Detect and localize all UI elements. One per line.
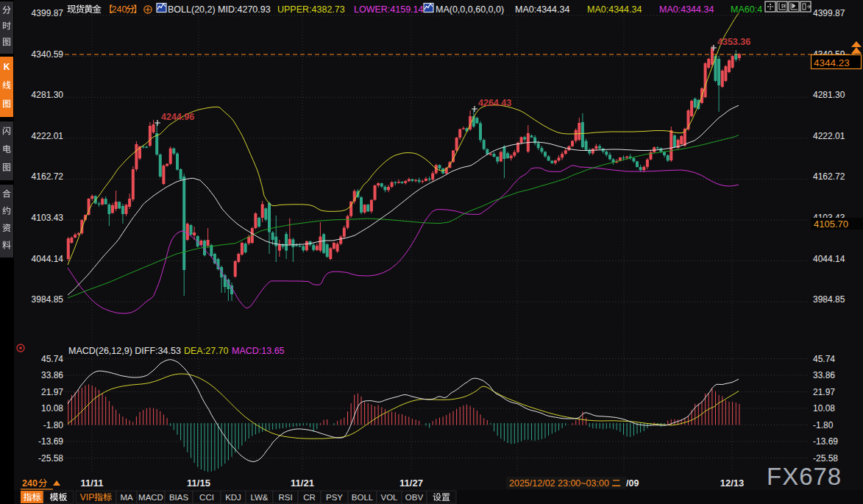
svg-text:10.08: 10.08 (813, 403, 835, 414)
svg-text:OBV: OBV (405, 493, 424, 502)
svg-text:4340.59: 4340.59 (32, 49, 64, 60)
svg-text:4344.23: 4344.23 (814, 57, 850, 68)
svg-text:4399.87: 4399.87 (32, 8, 64, 18)
svg-text:KDJ: KDJ (225, 493, 241, 502)
svg-text:UPPER:4382.73: UPPER:4382.73 (277, 4, 345, 15)
svg-text:3984.85: 3984.85 (813, 294, 845, 305)
svg-text:4353.36: 4353.36 (717, 37, 750, 47)
svg-text:4103.43: 4103.43 (32, 213, 64, 223)
svg-text:33.86: 33.86 (813, 370, 835, 380)
svg-text:3984.85: 3984.85 (32, 294, 64, 305)
svg-text:-13.69: -13.69 (813, 436, 838, 447)
svg-text:4244.96: 4244.96 (161, 112, 194, 122)
svg-text:MA0:4344.34: MA0:4344.34 (515, 4, 569, 15)
svg-text:MA: MA (120, 493, 133, 502)
svg-text:FX678: FX678 (767, 463, 842, 490)
svg-text:33.86: 33.86 (41, 370, 63, 380)
svg-text:4044.14: 4044.14 (32, 254, 64, 264)
svg-text:VOL: VOL (380, 493, 398, 502)
svg-text:MA0:4344.34: MA0:4344.34 (659, 4, 714, 15)
svg-text:MACD:13.65: MACD:13.65 (232, 346, 285, 356)
svg-text:CCI: CCI (199, 493, 214, 502)
svg-text:-25.58: -25.58 (38, 453, 63, 464)
svg-text:BIAS: BIAS (169, 493, 189, 502)
svg-text:MA0:4344.34: MA0:4344.34 (587, 4, 642, 15)
svg-text:11/27: 11/27 (399, 478, 423, 489)
svg-text:K: K (4, 62, 10, 72)
svg-text:BOLL: BOLL (352, 493, 374, 502)
svg-text:11/21: 11/21 (291, 478, 314, 489)
svg-text:BOLL(20,2) MID:4270.93: BOLL(20,2) MID:4270.93 (168, 4, 271, 15)
svg-text:240: 240 (112, 4, 127, 15)
svg-text:21.97: 21.97 (41, 387, 63, 397)
svg-text:4222.01: 4222.01 (32, 131, 64, 141)
svg-text:MA60:4: MA60:4 (731, 4, 762, 15)
svg-text:LW&: LW& (250, 493, 268, 502)
svg-text:21.97: 21.97 (813, 387, 835, 397)
svg-text:-1.80: -1.80 (813, 420, 834, 430)
svg-text:4222.01: 4222.01 (813, 131, 845, 141)
svg-text:4281.30: 4281.30 (813, 90, 845, 100)
svg-text:12/13: 12/13 (720, 478, 745, 489)
svg-text:4105.70: 4105.70 (814, 219, 848, 230)
svg-text:45.74: 45.74 (41, 354, 63, 364)
svg-text:4162.72: 4162.72 (32, 171, 64, 182)
svg-text:DEA:27.70: DEA:27.70 (184, 346, 229, 356)
svg-text:/09: /09 (626, 478, 639, 489)
svg-text:4162.72: 4162.72 (813, 171, 845, 182)
svg-text:MA(0,0,0,60,0,0): MA(0,0,0,60,0,0) (436, 4, 504, 15)
svg-text:11/15: 11/15 (187, 478, 210, 489)
svg-text:2025/12/02 23:00~03:00: 2025/12/02 23:00~03:00 (509, 478, 609, 489)
svg-text:-25.58: -25.58 (813, 453, 838, 464)
svg-text:MACD: MACD (138, 493, 163, 502)
svg-text:CR: CR (303, 493, 316, 502)
svg-text:-13.69: -13.69 (38, 436, 63, 447)
svg-text:240: 240 (22, 478, 38, 489)
svg-text:LOWER:4159.14: LOWER:4159.14 (354, 4, 424, 15)
svg-text:45.74: 45.74 (813, 354, 835, 364)
svg-text:PSY: PSY (326, 493, 343, 502)
svg-text:4281.30: 4281.30 (32, 90, 64, 100)
svg-text:4044.14: 4044.14 (813, 254, 845, 264)
svg-text:-1.80: -1.80 (43, 420, 64, 430)
svg-text:10.08: 10.08 (41, 403, 63, 414)
svg-text:4399.87: 4399.87 (813, 8, 845, 18)
svg-text:11/11: 11/11 (80, 478, 103, 489)
svg-text:RSI: RSI (278, 493, 292, 502)
svg-text:4264.43: 4264.43 (478, 98, 511, 108)
svg-text:MACD(26,12,9) DIFF:34.53: MACD(26,12,9) DIFF:34.53 (68, 346, 181, 356)
svg-text:VIP: VIP (80, 492, 94, 503)
